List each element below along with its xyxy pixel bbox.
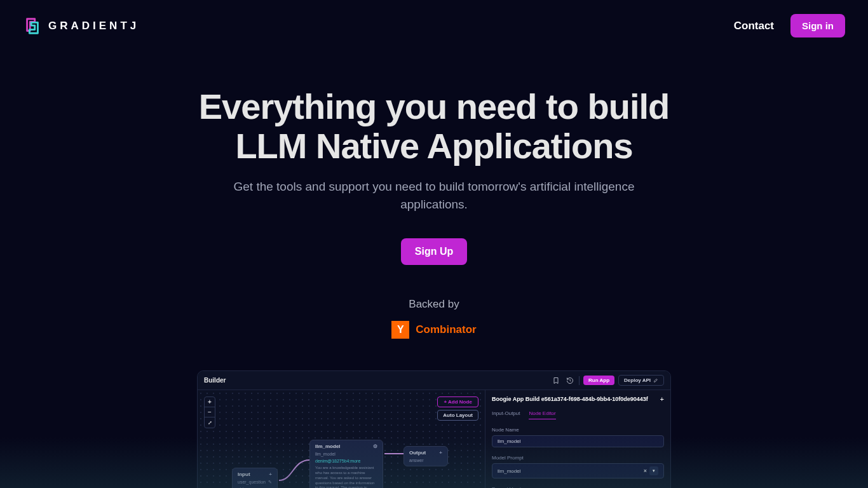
rocket-icon	[653, 378, 658, 383]
field-model-prompt[interactable]: llm_model ×▾	[492, 463, 664, 478]
site-header: GRADIENTJ Contact Sign in	[0, 0, 868, 37]
backed-by-label: Backed by	[0, 298, 868, 311]
run-app-button[interactable]: Run App	[583, 376, 614, 385]
hero-subhead: Get the tools and support you need to bu…	[231, 178, 637, 213]
canvas[interactable]: + − ⤢ + Add Node Auto Layout Input+ user…	[198, 390, 485, 488]
backed-by: Backed by Y Combinator	[0, 298, 868, 339]
history-icon[interactable]	[565, 376, 575, 386]
tab-input-output[interactable]: Input-Output	[492, 410, 520, 419]
ycombinator-badge: Y Combinator	[0, 321, 868, 339]
clear-icon[interactable]: ×	[644, 468, 647, 474]
plus-icon[interactable]: +	[269, 471, 272, 477]
product-screenshot: Builder Run App Deploy API + − ⤢	[197, 370, 671, 488]
chevron-down-icon[interactable]: ▾	[649, 466, 658, 475]
settings-icon[interactable]: ⚙	[373, 444, 377, 449]
screenshot-toolbar: Builder Run App Deploy API	[198, 371, 670, 390]
signup-button[interactable]: Sign Up	[401, 238, 467, 265]
signin-button[interactable]: Sign in	[790, 14, 845, 37]
yc-logo-icon: Y	[391, 321, 409, 339]
brand-name: GRADIENTJ	[48, 20, 139, 32]
plus-icon[interactable]: +	[439, 450, 442, 456]
node-input[interactable]: Input+ user_question ✎ string ▾	[232, 468, 278, 488]
deploy-api-button[interactable]: Deploy API	[618, 375, 664, 386]
hero-headline: Everything you need to build LLM Native …	[0, 87, 868, 165]
label-node-name: Node Name	[492, 427, 664, 433]
bookmark-icon[interactable]	[551, 376, 561, 386]
brand-logo-icon	[23, 17, 42, 36]
side-panel: Boogie App Build e561a374-f698-484b-9bb4…	[485, 390, 670, 488]
side-panel-title: Boogie App Build e561a374-f698-484b-9bb4…	[492, 396, 648, 402]
brand: GRADIENTJ	[23, 17, 139, 36]
hero: Everything you need to build LLM Native …	[0, 87, 868, 265]
screenshot-title: Builder	[204, 377, 226, 384]
screenshot-actions: Run App Deploy API	[551, 375, 664, 386]
yc-name: Combinator	[416, 323, 476, 336]
nav-right: Contact Sign in	[734, 14, 845, 37]
tab-node-editor[interactable]: Node Editor	[529, 410, 555, 419]
add-icon[interactable]: +	[660, 395, 664, 403]
node-model[interactable]: llm_model⚙ llm_model denim@18275b4:more …	[309, 440, 383, 488]
label-model-prompt: Model Prompt	[492, 455, 664, 461]
node-output[interactable]: Output+ answer	[403, 446, 448, 466]
field-node-name[interactable]: llm_model	[492, 435, 664, 447]
contact-link[interactable]: Contact	[734, 20, 774, 32]
